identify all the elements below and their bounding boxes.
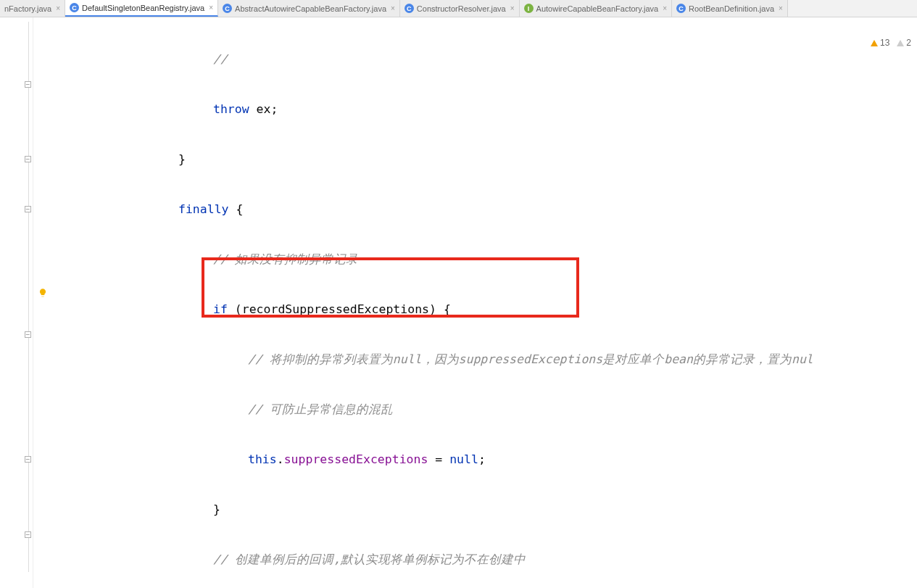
tab-file-3[interactable]: C ConstructorResolver.java × [400,0,520,17]
fold-toggle-icon[interactable]: − [25,331,31,338]
fold-toggle-icon[interactable]: − [25,456,31,463]
code-line[interactable]: } [33,147,917,173]
code-line[interactable]: } [33,497,917,523]
tab-label: nFactory.java [4,4,51,13]
close-icon[interactable]: × [209,4,213,12]
code-editor[interactable]: // throw ex; } finally { // 如果没有抑制异常记录 i… [33,17,917,588]
close-icon[interactable]: × [663,4,667,12]
close-icon[interactable]: × [56,4,60,12]
tab-label: AutowireCapableBeanFactory.java [536,4,659,13]
code-line[interactable]: // 可防止异常信息的混乱 [33,397,917,423]
code-line[interactable]: // [33,47,917,73]
close-icon[interactable]: × [391,4,395,12]
class-icon: C [404,4,414,13]
tab-file-2[interactable]: C AbstractAutowireCapableBeanFactory.jav… [218,0,400,17]
class-icon: C [223,4,232,13]
tab-file-4[interactable]: I AutowireCapableBeanFactory.java × [520,0,672,17]
close-icon[interactable]: × [510,4,515,12]
line-gutter[interactable] [0,17,23,588]
class-icon: C [70,3,79,12]
class-icon: C [676,4,686,13]
fold-toggle-icon[interactable]: − [25,81,31,88]
tab-file-0[interactable]: nFactory.java × [0,0,65,17]
tab-file-1[interactable]: C DefaultSingletonBeanRegistry.java × [65,0,218,17]
editor-area: 13 2 − − − − − − // thro [0,17,917,588]
interface-icon: I [524,4,534,13]
tab-label: RootBeanDefinition.java [689,4,774,13]
tab-label: ConstructorResolver.java [417,4,506,13]
tab-label: DefaultSingletonBeanRegistry.java [82,4,204,12]
code-line[interactable]: finally { [33,197,917,223]
fold-toggle-icon[interactable]: − [25,156,31,162]
code-line[interactable]: // 创建单例后的回调,默认实现将单例标记为不在创建中 [33,547,917,573]
code-line[interactable]: // 将抑制的异常列表置为null，因为suppressedExceptions… [33,347,917,373]
tab-file-5[interactable]: C RootBeanDefinition.java × [672,0,788,17]
code-line[interactable]: // 如果没有抑制异常记录 [33,247,917,273]
fold-toggle-icon[interactable]: − [25,206,31,212]
close-icon[interactable]: × [779,4,783,12]
editor-tabs-bar: nFactory.java × C DefaultSingletonBeanRe… [0,0,917,17]
fold-toggle-icon[interactable]: − [25,531,31,538]
code-line[interactable]: throw ex; [33,97,917,123]
fold-gutter[interactable]: − − − − − − [23,17,33,588]
code-line[interactable]: this.suppressedExceptions = null; [33,447,917,473]
code-line[interactable]: if (recordSuppressedExceptions) { [33,297,917,323]
tab-label: AbstractAutowireCapableBeanFactory.java [235,4,386,13]
